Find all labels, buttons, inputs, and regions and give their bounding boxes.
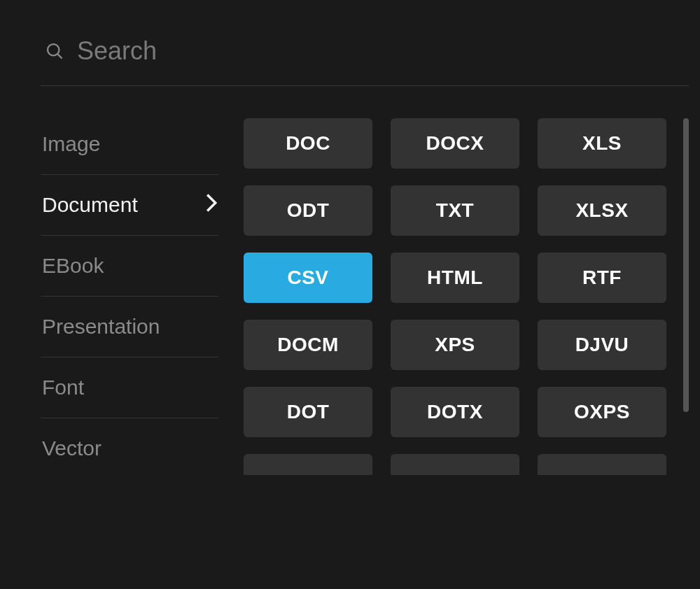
sidebar-item-label: EBook: [42, 254, 104, 278]
format-rtf-button[interactable]: RTF: [538, 253, 666, 303]
search-row: [41, 20, 689, 86]
format-xls-button[interactable]: XLS: [538, 118, 666, 169]
svg-point-0: [48, 44, 59, 55]
format-more-button[interactable]: [538, 454, 666, 475]
format-more-button[interactable]: [244, 454, 372, 475]
sidebar-item-presentation[interactable]: Presentation: [41, 297, 218, 357]
format-txt-button[interactable]: TXT: [391, 185, 519, 236]
scrollbar[interactable]: [683, 118, 689, 412]
sidebar-item-image[interactable]: Image: [41, 114, 218, 175]
chevron-right-icon: [206, 193, 217, 217]
sidebar-item-label: Font: [42, 376, 84, 399]
sidebar-item-label: Vector: [42, 437, 102, 460]
format-oxps-button[interactable]: OXPS: [538, 387, 666, 437]
sidebar-item-document[interactable]: Document: [41, 175, 218, 236]
format-xps-button[interactable]: XPS: [391, 320, 519, 370]
format-html-button[interactable]: HTML: [391, 253, 519, 303]
format-grid-wrapper: DOC DOCX XLS ODT TXT XLSX CSV HTML RTF D…: [244, 114, 689, 569]
format-docx-button[interactable]: DOCX: [391, 118, 519, 169]
format-dot-button[interactable]: DOT: [244, 387, 372, 437]
format-grid: DOC DOCX XLS ODT TXT XLSX CSV HTML RTF D…: [244, 118, 683, 569]
search-input[interactable]: [77, 36, 686, 66]
format-xlsx-button[interactable]: XLSX: [538, 185, 666, 236]
scrollbar-thumb[interactable]: [683, 118, 689, 412]
format-odt-button[interactable]: ODT: [244, 185, 372, 236]
category-sidebar: Image Document EBook Presentation: [41, 114, 244, 569]
sidebar-item-label: Presentation: [42, 315, 160, 339]
format-doc-button[interactable]: DOC: [244, 118, 372, 169]
sidebar-item-vector[interactable]: Vector: [41, 418, 218, 478]
sidebar-item-font[interactable]: Font: [41, 357, 218, 418]
format-csv-button[interactable]: CSV: [244, 253, 372, 303]
content-area: Image Document EBook Presentation: [41, 114, 689, 569]
format-more-button[interactable]: [391, 454, 519, 475]
format-dotx-button[interactable]: DOTX: [391, 387, 519, 437]
sidebar-item-ebook[interactable]: EBook: [41, 236, 218, 297]
search-icon: [43, 40, 66, 62]
svg-line-1: [58, 55, 62, 59]
sidebar-item-label: Image: [42, 132, 100, 156]
format-docm-button[interactable]: DOCM: [244, 320, 372, 370]
format-picker-panel: Image Document EBook Presentation: [0, 0, 700, 589]
format-djvu-button[interactable]: DJVU: [538, 320, 666, 370]
sidebar-item-label: Document: [42, 193, 138, 217]
